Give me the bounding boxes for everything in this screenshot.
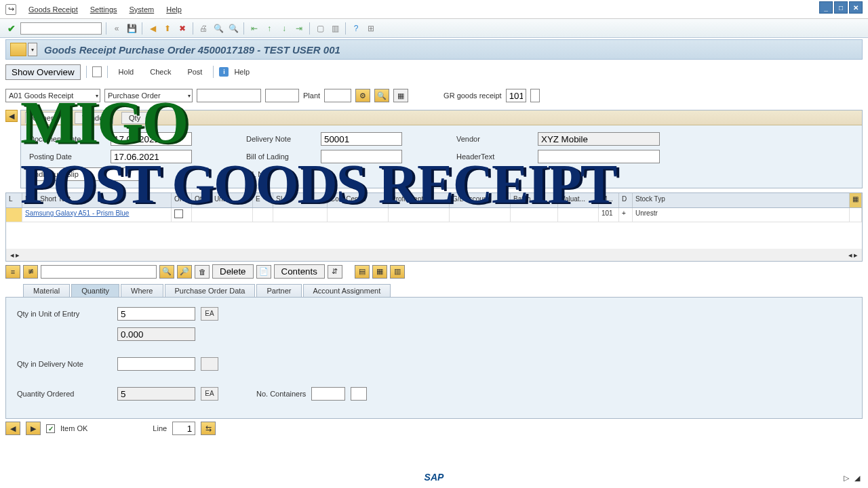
material-link[interactable]: Samsung Galaxy A51 - Prism Blue <box>22 208 172 222</box>
menu-help[interactable]: Help <box>166 5 182 14</box>
tab-vendor[interactable]: Vendor <box>75 112 113 124</box>
col-line[interactable]: L <box>6 193 22 207</box>
execute-button[interactable]: ⚙ <box>355 89 370 102</box>
col-valuat[interactable]: Valuat... <box>558 193 599 207</box>
reference-dropdown[interactable]: Purchase Order▾ <box>104 89 193 102</box>
line-sync-button[interactable]: ⇆ <box>201 422 216 435</box>
show-overview-button[interactable]: Show Overview <box>5 64 81 80</box>
find-icon[interactable]: 🔍 <box>212 22 224 35</box>
tab-general[interactable]: General <box>25 112 66 124</box>
row-ok-checkbox[interactable] <box>174 209 183 218</box>
next-item-button[interactable]: ▶ <box>26 422 41 435</box>
grid-config-button[interactable]: ▦ <box>850 193 862 207</box>
delete-button[interactable]: Delete <box>212 264 254 279</box>
next-page-icon[interactable]: ↓ <box>278 22 290 35</box>
movement-sign-input[interactable] <box>530 89 540 102</box>
hold-button[interactable]: Hold <box>113 66 140 78</box>
col-batch[interactable]: Batch <box>511 193 558 207</box>
nav-back-icon[interactable]: ◀ <box>146 22 159 35</box>
document-icon[interactable] <box>92 66 102 77</box>
scroll-left-icon[interactable]: ◂ <box>10 251 14 260</box>
containers-input[interactable] <box>311 387 345 401</box>
delivery-note-input[interactable] <box>321 132 402 146</box>
col-ok[interactable]: OK <box>172 193 192 207</box>
post-date-input[interactable] <box>111 150 192 163</box>
trash-icon[interactable]: 🗑 <box>195 265 210 279</box>
help-link[interactable]: Help <box>234 68 250 76</box>
ok-icon[interactable]: ⊞ <box>365 22 377 35</box>
qty-entry-input[interactable] <box>117 307 195 321</box>
contents-button[interactable]: Contents <box>274 264 325 279</box>
header-collapse-button[interactable]: ◀ <box>5 110 18 122</box>
help-icon[interactable]: ? <box>350 22 362 35</box>
menu-goods-receipt[interactable]: Goods Receipt <box>28 5 78 14</box>
col-stock[interactable]: Stock Typ <box>633 193 850 207</box>
item-ok-checkbox[interactable] <box>46 424 55 433</box>
vendor-input[interactable] <box>538 132 660 146</box>
slip-dropdown[interactable]: Individual Slip▾ <box>29 167 144 181</box>
col-qty[interactable]: Qty in UnE <box>192 193 253 207</box>
scroll-left2-icon[interactable]: ◂ <box>848 251 852 260</box>
layout3-button[interactable]: ▥ <box>390 265 405 279</box>
new-session-icon[interactable]: ▢ <box>314 22 326 35</box>
nav-cancel-icon[interactable]: ✖ <box>176 22 189 35</box>
search-po-button[interactable]: 🔍 <box>374 89 389 102</box>
split-button[interactable]: ⇵ <box>328 265 342 279</box>
find-next-item-button[interactable]: 🔎 <box>177 265 192 279</box>
enter-icon[interactable]: ✔ <box>5 22 18 35</box>
nav-exit-icon[interactable]: ⬆ <box>161 22 174 35</box>
col-sloc[interactable]: SLoc <box>273 193 328 207</box>
filter-input[interactable] <box>41 265 157 279</box>
contents-icon[interactable]: 📄 <box>256 265 271 279</box>
grid-button[interactable]: ▦ <box>393 89 408 102</box>
find-item-button[interactable]: 🔍 <box>159 265 174 279</box>
col-d[interactable]: D <box>619 193 633 207</box>
plant-input[interactable] <box>324 89 351 102</box>
first-page-icon[interactable]: ⇤ <box>248 22 260 35</box>
tab-po-data[interactable]: Purchase Order Data <box>165 284 256 297</box>
col-unit[interactable]: E <box>253 193 273 207</box>
movement-type-input[interactable] <box>506 89 526 102</box>
tab-where[interactable]: Where <box>121 284 163 297</box>
doc-date-input[interactable] <box>111 132 192 146</box>
minimize-button[interactable]: _ <box>819 1 833 14</box>
headertext-input[interactable] <box>538 150 660 163</box>
containers-unit-input[interactable] <box>351 387 367 401</box>
po-item-input[interactable] <box>265 89 299 102</box>
col-m[interactable]: M... <box>599 193 619 207</box>
scroll-right-icon[interactable]: ▸ <box>16 251 20 260</box>
line-input[interactable] <box>172 422 195 435</box>
col-profit[interactable]: Profit Center <box>389 193 450 207</box>
qty-delivery-input[interactable] <box>117 357 195 371</box>
tab-partner[interactable]: Partner <box>256 284 301 297</box>
post-button[interactable]: Post <box>182 66 208 78</box>
find-next-icon[interactable]: 🔍 <box>227 22 239 35</box>
select-all-button[interactable]: ≡ <box>5 265 20 279</box>
print-icon[interactable]: 🖨 <box>197 22 210 35</box>
tab-qty[interactable]: Qty <box>121 112 148 124</box>
po-number-input[interactable] <box>197 89 261 102</box>
command-field[interactable] <box>20 22 102 35</box>
back-icon[interactable]: « <box>111 22 123 35</box>
tab-material[interactable]: Material <box>23 284 70 297</box>
col-mat[interactable]: Mat. Short Text <box>22 193 172 207</box>
action-dropdown[interactable]: A01 Goods Receipt▾ <box>5 89 100 102</box>
check-button[interactable]: Check <box>144 66 176 78</box>
tab-quantity[interactable]: Quantity <box>71 284 119 297</box>
layout1-button[interactable]: ▤ <box>355 265 370 279</box>
maximize-button[interactable]: □ <box>834 1 848 14</box>
prev-item-button[interactable]: ◀ <box>5 422 20 435</box>
menu-system[interactable]: System <box>130 5 155 14</box>
last-page-icon[interactable]: ⇥ <box>293 22 305 35</box>
title-dropdown[interactable]: ▾ <box>28 43 37 56</box>
save-icon[interactable]: 💾 <box>125 22 138 35</box>
deselect-button[interactable]: ≢ <box>23 265 38 279</box>
col-cost[interactable]: Cost Center <box>328 193 389 207</box>
layout-icon[interactable]: ▥ <box>329 22 341 35</box>
scroll-right2-icon[interactable]: ▸ <box>854 251 858 260</box>
grid-scrollbar[interactable]: ◂▸ ◂▸ <box>6 249 862 261</box>
table-row[interactable]: Samsung Galaxy A51 - Prism Blue 101 + Un… <box>6 208 862 222</box>
col-gl[interactable]: G/L Account <box>450 193 511 207</box>
bol-input[interactable] <box>321 150 402 163</box>
menu-settings[interactable]: Settings <box>90 5 117 14</box>
